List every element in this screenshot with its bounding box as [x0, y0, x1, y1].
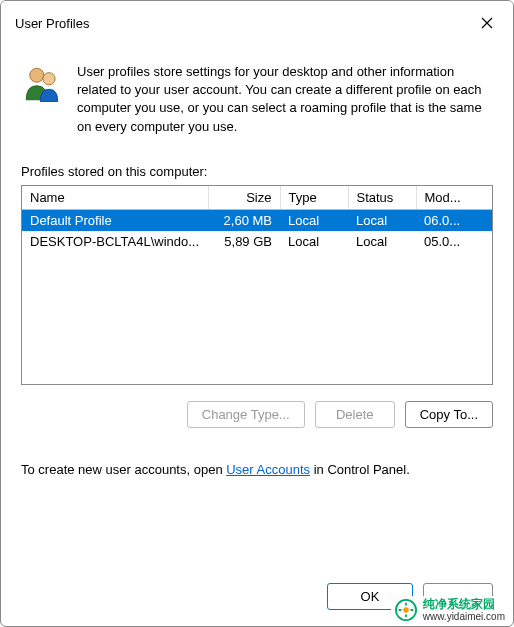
close-icon — [481, 17, 493, 29]
cell-size: 5,89 GB — [208, 231, 280, 252]
users-icon — [21, 63, 63, 136]
footer-help: To create new user accounts, open User A… — [21, 462, 493, 477]
dialog-title: User Profiles — [15, 16, 89, 31]
intro-text: User profiles store settings for your de… — [77, 63, 493, 136]
watermark-icon — [395, 599, 417, 621]
column-name[interactable]: Name — [22, 186, 208, 210]
cell-status: Local — [348, 209, 416, 231]
watermark-text-url: www.yidaimei.com — [423, 611, 505, 622]
cell-name: DESKTOP-BCLTA4L\windo... — [22, 231, 208, 252]
cell-status: Local — [348, 231, 416, 252]
cell-name: Default Profile — [22, 209, 208, 231]
cell-modified: 06.0... — [416, 209, 492, 231]
profiles-label: Profiles stored on this computer: — [21, 164, 493, 179]
column-size[interactable]: Size — [208, 186, 280, 210]
cell-size: 2,60 MB — [208, 209, 280, 231]
copy-to-button[interactable]: Copy To... — [405, 401, 493, 428]
column-type[interactable]: Type — [280, 186, 348, 210]
user-accounts-link[interactable]: User Accounts — [226, 462, 310, 477]
column-modified[interactable]: Mod... — [416, 186, 492, 210]
cell-type: Local — [280, 209, 348, 231]
cell-modified: 05.0... — [416, 231, 492, 252]
svg-point-0 — [30, 68, 44, 82]
watermark: 纯净系统家园 www.yidaimei.com — [391, 596, 509, 624]
cell-type: Local — [280, 231, 348, 252]
change-type-button: Change Type... — [187, 401, 305, 428]
table-row[interactable]: Default Profile 2,60 MB Local Local 06.0… — [22, 209, 492, 231]
watermark-text-cn: 纯净系统家园 — [423, 598, 505, 611]
svg-point-1 — [43, 73, 55, 85]
svg-point-3 — [403, 607, 409, 613]
delete-button: Delete — [315, 401, 395, 428]
column-status[interactable]: Status — [348, 186, 416, 210]
close-button[interactable] — [475, 11, 499, 35]
profiles-table[interactable]: Name Size Type Status Mod... Default Pro… — [21, 185, 493, 385]
table-row[interactable]: DESKTOP-BCLTA4L\windo... 5,89 GB Local L… — [22, 231, 492, 252]
